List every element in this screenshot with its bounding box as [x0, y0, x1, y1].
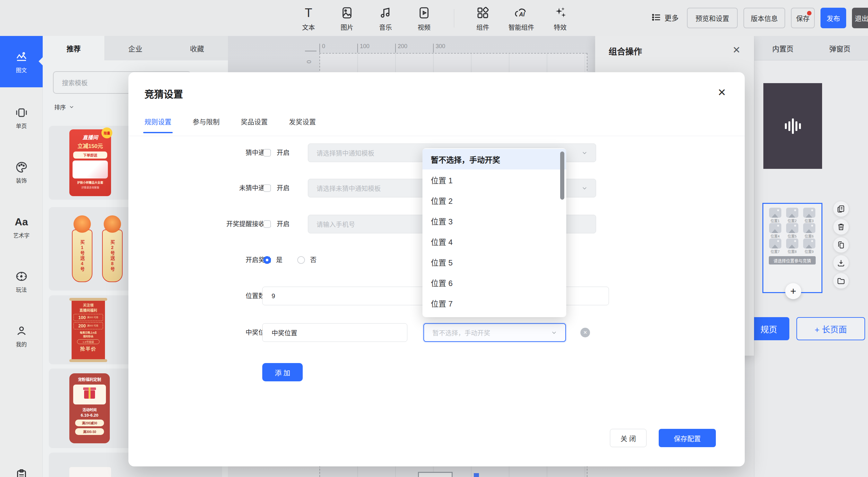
chevron-down-icon	[69, 104, 74, 109]
publish-button[interactable]: 发布	[820, 8, 846, 28]
folder-button[interactable]	[833, 273, 849, 289]
sort-control[interactable]: 排序	[54, 103, 74, 111]
components-icon	[467, 4, 498, 21]
grid-cell: 位置9	[801, 238, 817, 254]
guessed-notice-checkbox[interactable]	[263, 149, 271, 157]
tool-music[interactable]: 音乐	[370, 4, 401, 32]
grid-cell: 位置1	[767, 208, 783, 223]
more-menu[interactable]: 更多	[652, 12, 679, 23]
dropdown-option-manual[interactable]: 暂不选择，手动开奖	[423, 149, 566, 169]
tool-ai-components[interactable]: AI 智能组件	[499, 4, 543, 32]
tab-favorites[interactable]: 收藏	[166, 36, 228, 60]
tab-award-settings[interactable]: 发奖设置	[289, 117, 316, 133]
svg-text:AI: AI	[519, 11, 525, 18]
select-position-button[interactable]: 请选择位置参与竞猜	[769, 256, 816, 264]
tool-image[interactable]: 图片	[332, 4, 363, 32]
image-placeholder-icon	[803, 223, 815, 233]
sidebar-item-singlepage[interactable]: 单页	[3, 99, 39, 137]
tab-popup-page[interactable]: 弹窗页	[811, 36, 868, 60]
add-button[interactable]: 添 加	[262, 363, 303, 381]
template-thumbnail: 关注领 直播间福利 100满300 可用 200满500 可用 每周日晚上8点 …	[69, 298, 107, 362]
tabs-divider	[128, 136, 745, 136]
tab-rule-settings[interactable]: 规则设置	[145, 117, 172, 133]
tab-prize-settings[interactable]: 奖品设置	[241, 117, 268, 133]
add-page-button[interactable]: +	[785, 283, 801, 299]
grid-cell: 位置4	[767, 223, 783, 238]
dropdown-option[interactable]: 位置 6	[423, 272, 566, 293]
sidebar-item-mine[interactable]: 我的	[3, 317, 39, 355]
reward-yes-radio[interactable]	[263, 256, 271, 264]
sidebar-item-artfont[interactable]: Aa 艺术字	[3, 208, 39, 246]
page-thumbnail-selected[interactable]: 位置1 位置2 位置3 位置4 位置5 位置6 位置7 位置8 位置9 请选择位…	[763, 203, 823, 293]
save-button[interactable]: 保存	[791, 8, 815, 28]
product-image-placeholder	[72, 160, 108, 179]
save-config-button[interactable]: 保存配置	[659, 429, 716, 447]
copy-page-button[interactable]	[833, 201, 849, 217]
image-placeholder-icon	[769, 208, 781, 218]
dropdown-option[interactable]: 位置 3	[423, 211, 566, 231]
music-tool-icon	[370, 4, 401, 21]
clipboard-icon[interactable]	[15, 469, 28, 477]
modal-close-icon[interactable]: ✕	[717, 86, 726, 99]
tab-enterprise[interactable]: 企业	[104, 36, 166, 60]
ruler-tick	[357, 44, 358, 53]
tab-builtin-page[interactable]: 内置页	[754, 36, 811, 60]
reward-no-label[interactable]: 否	[310, 251, 316, 269]
ruler-label-100: 100	[360, 43, 370, 50]
main-sidebar: 图文 单页 装饰 Aa 艺术字 玩法 我的	[0, 36, 43, 477]
chevron-down-icon	[582, 150, 587, 156]
dropdown-scrollbar[interactable]	[560, 152, 564, 200]
chevron-down-icon	[551, 330, 557, 336]
dropdown-option[interactable]: 位置 2	[423, 190, 566, 211]
art-font-icon: Aa	[15, 215, 28, 228]
tool-effects[interactable]: 特效	[545, 4, 576, 32]
add-long-page-button[interactable]: + 长页面	[797, 317, 865, 340]
winning-position-input[interactable]: 中奖位置	[262, 323, 407, 342]
dropdown-option[interactable]: 位置 5	[423, 252, 566, 272]
winning-position-select[interactable]: 暂不选择，手动开奖	[424, 323, 566, 342]
toolbar-divider	[454, 9, 454, 28]
image-tool-icon	[332, 4, 363, 21]
reward-yes-label[interactable]: 是	[276, 251, 282, 269]
preview-settings-button[interactable]: 预览和设置	[687, 8, 738, 28]
ruler-tick	[319, 44, 320, 53]
sidebar-item-imagetext[interactable]: 图文	[0, 36, 43, 87]
gameplay-icon	[15, 270, 28, 283]
combo-close-icon[interactable]: ✕	[733, 44, 741, 56]
dropdown-option[interactable]: 位置 7	[423, 293, 566, 313]
page-preview-dark[interactable]	[763, 83, 822, 169]
reminder-checkbox[interactable]	[263, 220, 271, 228]
more-label: 更多	[664, 12, 679, 23]
sidebar-item-decoration[interactable]: 装饰	[3, 153, 39, 192]
download-page-button[interactable]	[833, 255, 849, 271]
single-page-icon	[15, 106, 28, 119]
sidebar-item-gameplay[interactable]: 玩法	[3, 262, 39, 301]
template-thumbnail: 限量 直播间 立减150元 下单即送 护肤小样赠品大全套 详情请咨询客服	[69, 129, 111, 196]
tab-recommended[interactable]: 推荐	[43, 36, 104, 60]
delete-page-button[interactable]	[833, 219, 849, 235]
text-tool-icon: T	[293, 4, 324, 21]
tool-components[interactable]: 组件	[467, 4, 498, 32]
modal-tabs: 规则设置 参与限制 奖品设置 发奖设置	[145, 117, 316, 133]
image-placeholder-icon	[786, 223, 798, 233]
tab-participation-limit[interactable]: 参与限制	[193, 117, 220, 133]
image-placeholder-icon	[803, 238, 815, 249]
version-info-button[interactable]: 版本信息	[743, 8, 785, 28]
tool-video[interactable]: 视频	[409, 4, 439, 32]
reward-no-radio[interactable]	[297, 256, 305, 264]
tool-text[interactable]: T 文本	[293, 4, 324, 32]
image-placeholder-icon	[786, 208, 798, 218]
duplicate-page-button[interactable]	[833, 237, 849, 253]
folder-icon	[837, 277, 845, 285]
exit-button[interactable]: 退出	[852, 8, 868, 28]
position-grid: 位置1 位置2 位置3 位置4 位置5 位置6 位置7 位置8 位置9	[767, 208, 818, 254]
remove-row-icon[interactable]: ✕	[580, 328, 590, 337]
missed-notice-checkbox[interactable]	[263, 184, 271, 192]
regular-page-button[interactable]: 规页	[748, 317, 789, 340]
dropdown-option[interactable]: 位置 1	[423, 169, 566, 190]
image-placeholder-icon	[786, 238, 798, 249]
template-thumbnail: 买1号送4号 买2号送8号	[69, 215, 126, 282]
modal-close-button[interactable]: 关 闭	[610, 429, 647, 447]
dropdown-option[interactable]: 位置 4	[423, 231, 566, 252]
page-thumbnail-partial[interactable]	[418, 472, 453, 477]
